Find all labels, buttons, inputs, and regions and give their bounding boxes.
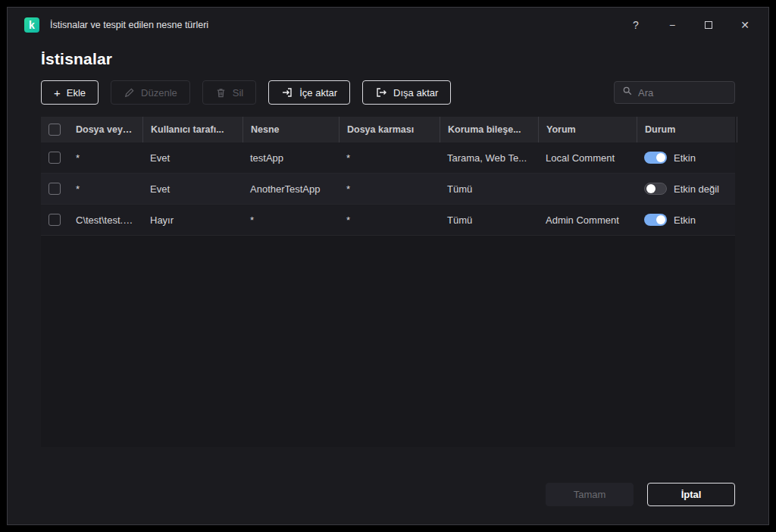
status-label: Etkin [674,214,696,226]
search-icon [622,86,633,99]
kaspersky-logo-icon: k [24,17,39,33]
toggle-knob [646,184,656,193]
column-header-spacer [737,117,753,142]
cell-user-added: Hayır [142,214,242,226]
table-row[interactable]: C\test\test.exe Hayır * * Tümü Admin Com… [41,205,735,236]
add-button[interactable]: + Ekle [41,80,99,105]
status-label: Etkin [674,152,696,164]
column-header-object[interactable]: Nesne [242,117,339,142]
dialog-footer: Tamam İptal [8,483,768,524]
minimize-button[interactable]: − [665,19,679,31]
column-header-hash[interactable]: Dosya karması [339,117,440,142]
column-header-comment[interactable]: Yorum [538,117,637,142]
import-button-label: İçe aktar [299,87,337,99]
trash-icon [215,87,227,99]
cell-hash: * [339,152,440,164]
close-button[interactable]: ✕ [738,19,752,31]
column-header-status[interactable]: Durum [637,117,737,142]
table-empty-area [41,236,735,447]
status-label: Etkin değil [674,183,719,195]
search-input[interactable] [638,87,727,99]
delete-button[interactable]: Sil [202,80,256,105]
select-all-checkbox[interactable] [48,124,61,136]
export-button[interactable]: Dışa aktar [362,80,451,105]
row-checkbox[interactable] [48,183,61,195]
cell-components: Tümü [440,214,538,226]
row-checkbox[interactable] [48,152,61,164]
column-header-user-added[interactable]: Kullanıcı tarafı... [142,117,242,142]
cell-hash: * [339,214,440,226]
window-title: İstisnalar ve tespit edilen nesne türler… [50,20,208,30]
cell-object: AnotherTestApp [242,183,339,195]
add-button-label: Ekle [67,87,86,99]
edit-button-label: Düzenle [141,87,177,99]
export-button-label: Dışa aktar [393,87,438,99]
cell-status: Etkin [637,214,737,226]
cell-status: Etkin [637,152,737,164]
status-toggle[interactable] [644,183,667,195]
toggle-knob [656,153,665,162]
status-toggle[interactable] [644,152,667,164]
toolbar: + Ekle Düzenle Sil İçe aktar Dışa akta [8,68,768,105]
status-toggle[interactable] [644,214,667,226]
row-checkbox[interactable] [48,214,61,226]
dialog-window: k İstisnalar ve tespit edilen nesne türl… [7,7,769,525]
cell-user-added: Evet [142,183,242,195]
cancel-button[interactable]: İptal [647,483,735,506]
ok-button[interactable]: Tamam [546,483,634,506]
export-icon [375,86,387,99]
cell-comment: Admin Comment [538,214,637,226]
cell-file: * [68,152,142,164]
cell-comment: Local Comment [538,152,637,164]
search-box[interactable] [614,81,735,104]
page-title: İstisnalar [41,50,735,68]
maximize-button[interactable] [702,19,715,31]
plus-icon: + [54,87,61,99]
cell-file: * [68,183,142,195]
cell-components: Tümü [440,183,538,195]
cell-components: Tarama, Web Te... [440,152,538,164]
titlebar: k İstisnalar ve tespit edilen nesne türl… [8,8,768,42]
exclusions-table: Dosya veya... Kullanıcı tarafı... Nesne … [41,117,735,447]
cell-object: testApp [242,152,339,164]
pencil-icon [124,87,135,99]
edit-button[interactable]: Düzenle [111,80,190,105]
help-button[interactable]: ? [629,19,643,31]
table-header-row: Dosya veya... Kullanıcı tarafı... Nesne … [41,117,735,142]
toggle-knob [656,215,665,224]
table-row[interactable]: * Evet testApp * Tarama, Web Te... Local… [41,142,735,174]
import-button[interactable]: İçe aktar [268,80,350,105]
column-header-components[interactable]: Koruma bileşe... [440,117,538,142]
column-header-file[interactable]: Dosya veya... [68,124,142,135]
maximize-icon [705,21,712,29]
import-icon [281,86,293,99]
cell-hash: * [339,183,440,195]
cell-status: Etkin değil [637,183,737,195]
cell-file: C\test\test.exe [68,214,142,226]
delete-button-label: Sil [233,87,243,99]
table-row[interactable]: * Evet AnotherTestApp * Tümü Etkin değil [41,174,735,205]
cell-object: * [242,214,339,226]
cell-user-added: Evet [142,152,242,164]
